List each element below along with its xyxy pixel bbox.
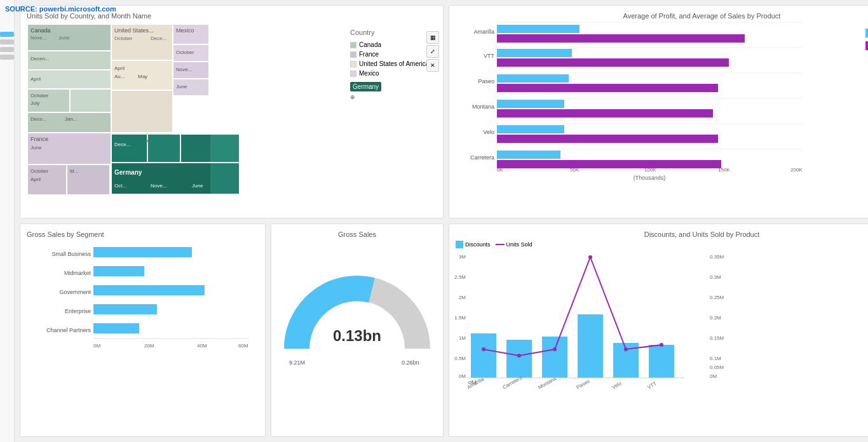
treemap-title: Units Sold by Country, and Month Name bbox=[27, 12, 437, 20]
left-sidebar bbox=[0, 0, 15, 442]
svg-text:Au...: Au... bbox=[114, 74, 125, 79]
chart-controls: ▦ ⤢ ✕ bbox=[426, 31, 439, 72]
tm-germany-5[interactable] bbox=[210, 135, 239, 162]
avg-profit-panel: Average of Profit, and Average of Sales … bbox=[449, 5, 868, 218]
combo-chart-svg: 3M 2.5M 2M 1.5M 1M 0.5M 0M 0.35M 0.3M 0.… bbox=[456, 251, 722, 397]
svg-text:Channel Partners: Channel Partners bbox=[46, 327, 92, 333]
svg-text:Carretera: Carretera bbox=[470, 154, 494, 161]
svg-text:0.2M: 0.2M bbox=[710, 315, 721, 321]
svg-rect-99 bbox=[578, 314, 603, 378]
legend-profit-color bbox=[865, 29, 868, 37]
svg-text:40M: 40M bbox=[197, 343, 207, 349]
svg-text:June: June bbox=[58, 35, 70, 41]
svg-text:150K: 150K bbox=[718, 167, 730, 173]
tm-germany-6[interactable] bbox=[210, 163, 239, 194]
svg-rect-68 bbox=[93, 285, 205, 295]
svg-text:0M: 0M bbox=[459, 373, 466, 379]
svg-text:United States...: United States... bbox=[114, 27, 154, 34]
chart-ctrl-expand[interactable]: ⤢ bbox=[426, 45, 439, 58]
svg-text:0.1M: 0.1M bbox=[710, 356, 721, 361]
svg-rect-49 bbox=[497, 100, 564, 108]
svg-text:May: May bbox=[138, 74, 147, 79]
svg-text:July: July bbox=[31, 100, 39, 106]
svg-text:Enterprise: Enterprise bbox=[65, 308, 91, 314]
tm-germany-1[interactable] bbox=[112, 163, 210, 194]
svg-text:Dece...: Dece... bbox=[151, 36, 166, 41]
tm-germany-3[interactable] bbox=[148, 135, 180, 162]
chart-ctrl-bar[interactable]: ▦ bbox=[426, 31, 439, 44]
gross-segment-svg: Small Business Midmarket Government Ente… bbox=[93, 244, 259, 372]
svg-rect-44 bbox=[497, 58, 729, 67]
avg-profit-legend: Average of Profit Average of Sales bbox=[865, 22, 868, 194]
svg-text:200K: 200K bbox=[790, 167, 803, 173]
combo-legend-discounts: Discounts bbox=[456, 241, 491, 248]
sidebar-item-3[interactable] bbox=[0, 47, 14, 52]
svg-text:0.25M: 0.25M bbox=[710, 295, 724, 300]
sidebar-item-1[interactable] bbox=[0, 32, 14, 37]
svg-text:April: April bbox=[31, 76, 41, 82]
svg-text:Government: Government bbox=[59, 289, 91, 295]
svg-text:Oct...: Oct... bbox=[114, 183, 126, 189]
svg-text:(Thousands): (Thousands) bbox=[634, 175, 666, 181]
dashboard: Units Sold by Country, and Month Name Ca… bbox=[15, 0, 868, 442]
svg-rect-96 bbox=[471, 333, 496, 378]
svg-text:0.13bn: 0.13bn bbox=[333, 327, 381, 344]
svg-text:2.5M: 2.5M bbox=[454, 274, 466, 280]
svg-text:0.3M: 0.3M bbox=[710, 274, 721, 280]
sidebar-item-2[interactable] bbox=[0, 39, 14, 44]
tm-us-3[interactable] bbox=[112, 91, 172, 132]
combo-legend: Discounts Units Sold bbox=[456, 241, 868, 248]
svg-text:April: April bbox=[114, 65, 125, 71]
legend-profit: Average of Profit bbox=[865, 29, 868, 37]
tm-canada-5[interactable] bbox=[71, 90, 111, 112]
svg-rect-41 bbox=[497, 34, 745, 43]
svg-rect-53 bbox=[497, 135, 718, 143]
svg-text:France: France bbox=[31, 136, 48, 142]
svg-rect-101 bbox=[649, 345, 674, 378]
svg-text:1.5M: 1.5M bbox=[454, 315, 466, 321]
tm-germany-4[interactable] bbox=[181, 135, 210, 162]
donut-container: 0.13bn 9.21M 0.26bn bbox=[278, 247, 437, 374]
units-line-color bbox=[496, 244, 505, 245]
svg-point-103 bbox=[517, 354, 521, 358]
svg-text:60M: 60M bbox=[238, 343, 248, 349]
svg-text:0M: 0M bbox=[93, 343, 100, 349]
svg-text:Canada: Canada bbox=[31, 27, 51, 34]
svg-text:Deco...: Deco... bbox=[31, 116, 46, 122]
sidebar-item-4[interactable] bbox=[0, 55, 14, 60]
combo-legend-units: Units Sold bbox=[496, 241, 532, 248]
bottom-left-area: Gross Sales by Segment Small Business Mi… bbox=[20, 224, 444, 437]
svg-text:50K: 50K bbox=[570, 167, 580, 173]
svg-text:Jan...: Jan... bbox=[65, 116, 78, 122]
svg-text:oM: oM bbox=[468, 379, 477, 385]
svg-point-106 bbox=[624, 347, 628, 351]
svg-text:Paseo: Paseo bbox=[576, 378, 592, 390]
svg-text:June: June bbox=[31, 145, 42, 151]
svg-rect-40 bbox=[497, 25, 580, 33]
legend-mexico: Mexico bbox=[350, 70, 434, 77]
combo-chart-panel: Discounts, and Units Sold by Product Dis… bbox=[449, 224, 868, 437]
svg-text:3M: 3M bbox=[459, 254, 466, 260]
svg-text:0K: 0K bbox=[497, 167, 503, 173]
legend-color-mexico bbox=[350, 70, 356, 77]
svg-rect-98 bbox=[542, 337, 567, 378]
svg-text:VTT: VTT bbox=[647, 380, 658, 390]
donut-svg: 0.13bn 9.21M 0.26bn bbox=[278, 247, 437, 374]
treemap-panel: Units Sold by Country, and Month Name Ca… bbox=[20, 5, 444, 218]
svg-point-105 bbox=[588, 255, 592, 259]
donut-panel: Gross Sales 0.13bn 9.21M 0.26bn bbox=[271, 224, 444, 437]
svg-text:Nove...: Nove... bbox=[151, 183, 166, 189]
tm-germany-2[interactable] bbox=[112, 135, 147, 162]
legend-canada: Canada bbox=[350, 41, 434, 48]
svg-text:VTT: VTT bbox=[484, 53, 495, 59]
svg-text:0.35M: 0.35M bbox=[710, 254, 724, 260]
svg-text:April: April bbox=[31, 177, 41, 182]
svg-text:9.21M: 9.21M bbox=[289, 359, 305, 366]
legend-color-france bbox=[350, 51, 356, 58]
legend-sales-color bbox=[865, 41, 868, 50]
svg-rect-43 bbox=[497, 49, 572, 57]
svg-rect-47 bbox=[497, 84, 718, 92]
svg-text:Nove...: Nove... bbox=[176, 67, 192, 72]
legend-title: Country bbox=[350, 29, 434, 36]
chart-ctrl-close[interactable]: ✕ bbox=[426, 59, 439, 72]
